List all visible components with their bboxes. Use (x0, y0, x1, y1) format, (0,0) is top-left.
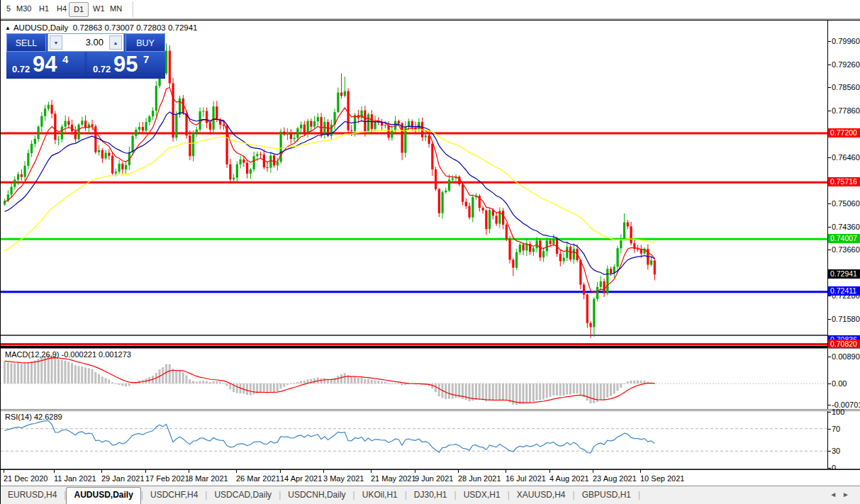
date-label: 21 May 2021 (371, 474, 416, 483)
main-chart-window[interactable]: ▲AUDUSD,Daily 0.72863 0.73007 0.72803 0.… (1, 20, 860, 347)
sell-button[interactable]: SELL (6, 33, 46, 52)
date-axis: 21 Dec 202011 Jan 202129 Jan 202117 Feb … (1, 469, 860, 486)
rsi-tick-mark (827, 468, 831, 469)
timeframe-button-d1[interactable]: D1 (69, 2, 89, 17)
date-tick-mark (458, 470, 459, 473)
date-tick-mark (4, 470, 4, 473)
price-line-chip: 0.77200 (828, 128, 860, 138)
price-tick-label: 0.76460 (832, 153, 860, 162)
price-line-chip: 0.72941 (828, 269, 860, 279)
price-tick-label: 0.78560 (832, 83, 860, 91)
price-tick-mark (827, 319, 831, 320)
rsi-axis-label: 70 (832, 425, 840, 433)
symbol-tab-usdx-h1[interactable]: USDX,H1 (457, 488, 508, 503)
volume-input[interactable]: 3.00 (65, 34, 106, 51)
macd-axis-divider (827, 349, 828, 409)
date-label: 28 Jun 2021 (458, 474, 501, 483)
date-tick-mark (236, 470, 237, 473)
price-tick-mark (827, 111, 831, 111)
date-tick-mark (506, 470, 506, 473)
sell-price-prefix: 0.72 (12, 64, 30, 74)
buy-price[interactable]: 0.72 95 7 (87, 52, 165, 79)
date-label: 21 Dec 2020 (4, 474, 48, 483)
price-line-chip: 0.75716 (828, 177, 860, 186)
date-tick-mark (323, 470, 324, 473)
date-tick-mark (415, 470, 415, 473)
date-tick-mark (549, 470, 550, 473)
price-line-chip: 0.72411 (828, 286, 860, 296)
symbol-tab-gbpusd-h1[interactable]: GBPUSD,H1 (575, 488, 638, 503)
date-label: 9 Jun 2021 (415, 474, 453, 483)
macd-panel[interactable]: MACD(12,26,9) -0.000221 0.001273 0.00890… (1, 348, 860, 410)
price-tick-mark (827, 87, 831, 88)
rsi-label: RSI(14) 42.6289 (5, 413, 62, 421)
price-tick-label: 0.74360 (832, 223, 860, 231)
symbol-tab-usdcad-daily[interactable]: USDCAD,Daily (207, 488, 279, 503)
rsi-tick-mark (827, 429, 831, 430)
date-label: 4 Aug 2021 (549, 474, 589, 483)
macd-tick-mark (827, 383, 831, 384)
price-tick-mark (827, 157, 831, 158)
tab-scroll-arrows: ◄► (830, 491, 855, 498)
chart-title: ▲AUDUSD,Daily 0.72863 0.73007 0.72803 0.… (5, 23, 198, 32)
symbol-tab-xauusd-h4[interactable]: XAUUSD,H4 (510, 488, 573, 503)
arrow-down-icon: ▼ (54, 40, 59, 45)
symbol-tab-usdcnh-daily[interactable]: USDCNH,Daily (281, 488, 352, 503)
timeframe-button-m30[interactable]: M30 (12, 2, 35, 16)
tab-scroll-right-icon[interactable]: ► (842, 491, 855, 498)
rsi-axis-divider (827, 411, 828, 469)
date-tick-mark (640, 470, 641, 473)
rsi-axis-label: 30 (832, 447, 840, 455)
macd-tick-mark (827, 405, 831, 405)
price-tick-mark (827, 227, 831, 228)
sell-price[interactable]: 0.72 94 4 (6, 52, 84, 79)
rsi-tick-mark (827, 412, 831, 413)
symbol-tab-dj30-h1[interactable]: DJ30,H1 (407, 488, 454, 503)
price-line-chip: 0.74007 (828, 234, 860, 243)
date-tick-mark (189, 470, 189, 473)
macd-tick-mark (827, 357, 831, 357)
price-tick-label: 0.73660 (832, 245, 860, 254)
macd-label: MACD(12,26,9) -0.000221 0.001273 (5, 350, 131, 359)
date-label: 17 Feb 2021 (145, 474, 189, 483)
toolbar-separator (133, 1, 133, 17)
date-label: 11 Jan 2021 (54, 474, 96, 483)
timeframe-button-mn[interactable]: MN (106, 2, 126, 16)
symbol-period-label: AUDUSD,Daily (13, 23, 68, 32)
price-tick-label: 0.79260 (832, 60, 860, 69)
symbol-tab-ukoil-h1[interactable]: UKOil,H1 (355, 488, 405, 503)
price-tick-mark (827, 203, 831, 204)
price-tick-label: 0.75060 (832, 199, 860, 208)
arrow-up-icon: ▲ (113, 40, 118, 45)
price-tick-label: 0.79960 (832, 37, 860, 45)
rsi-chart (1, 411, 827, 469)
date-label: 26 Mar 2021 (236, 474, 280, 483)
sell-price-pip: 4 (62, 53, 68, 65)
timeframe-button-h1[interactable]: H1 (35, 2, 53, 16)
buy-price-pip: 7 (143, 53, 149, 65)
date-tick-mark (280, 470, 281, 473)
date-tick-mark (145, 470, 146, 473)
tab-scroll-left-icon[interactable]: ◄ (830, 491, 842, 498)
price-tick-mark (827, 41, 831, 42)
sell-price-main: 94 (33, 52, 57, 77)
symbol-tab-bar: EURUSD,H4|AUDUSD,Daily|USDCHF,H4|USDCAD,… (1, 486, 860, 504)
date-label: 14 Apr 2021 (280, 474, 322, 483)
symbol-tab-usdchf-h4[interactable]: USDCHF,H4 (143, 488, 205, 503)
symbol-tab-eurusd-h4[interactable]: EURUSD,H4 (1, 488, 64, 503)
volume-decrease-button[interactable]: ▼ (50, 35, 62, 50)
buy-price-main: 95 (113, 52, 138, 77)
date-label: 10 Sep 2021 (640, 474, 684, 483)
buy-button[interactable]: BUY (125, 33, 165, 52)
collapse-triangle-icon[interactable]: ▲ (5, 25, 11, 31)
rsi-axis-label: 100 (832, 408, 844, 416)
price-tick-mark (827, 296, 831, 296)
buy-price-prefix: 0.72 (93, 64, 111, 74)
rsi-panel[interactable]: RSI(14) 42.6289 10070300 (1, 410, 860, 469)
date-tick-mark (593, 470, 593, 473)
one-click-trade-panel: SELL ▼ 3.00 ▲ BUY 0.72 94 4 0.72 95 7 (6, 33, 165, 79)
symbol-tab-audusd-daily[interactable]: AUDUSD,Daily (66, 487, 140, 504)
date-label: 8 Mar 2021 (189, 474, 228, 483)
volume-increase-button[interactable]: ▲ (109, 35, 122, 50)
date-label: 3 May 2021 (323, 474, 364, 483)
